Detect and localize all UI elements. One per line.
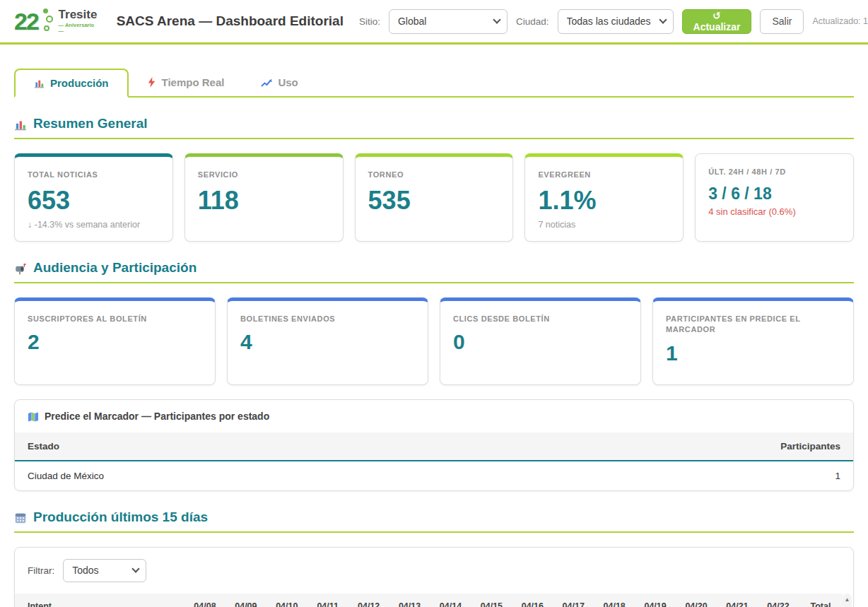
predice-table-title: Predice el Marcador — Participantes por … — [45, 411, 269, 422]
kpi-card-ult-24h-48h-7d: ÚLT. 24H / 48H / 7D 3 / 6 / 18 4 sin cla… — [695, 153, 854, 242]
kpi-value: 653 — [28, 187, 160, 215]
filter-row: Filtrar: Todos — [15, 559, 853, 594]
filter-label: Filtrar: — [28, 565, 54, 576]
bar-chart-icon — [34, 78, 45, 88]
column-header-date: 04/08 — [184, 594, 225, 607]
predice-table: Estado Participantes Ciudad de México 1 — [15, 432, 853, 490]
tab-bar: Producción Tiempo Real Uso — [14, 69, 854, 98]
calendar-icon — [14, 509, 27, 525]
produccion-table-wrap: Intent 04/08 04/09 04/10 04/11 04/12 04/… — [15, 594, 853, 607]
table-row: Ciudad de México 1 — [15, 461, 853, 490]
site-select[interactable]: Global — [389, 9, 508, 34]
section-audiencia-title: Audiencia y Participación — [33, 260, 197, 276]
kpi-label: PARTICIPANTES EN PREDICE EL MARCADOR — [666, 314, 840, 336]
kpi-label: ÚLT. 24H / 48H / 7D — [708, 167, 840, 178]
kpi-label: BOLETINES ENVIADOS — [240, 314, 415, 325]
kpi-card-evergreen: EVERGREEN 1.1% 7 noticias — [524, 153, 684, 242]
refresh-icon: ↺ — [712, 10, 721, 21]
resumen-cards: TOTAL NOTICIAS 653 ↓ -14.3% vs semana an… — [14, 153, 854, 242]
lightning-icon — [147, 77, 156, 88]
tab-tiempo-real[interactable]: Tiempo Real — [129, 69, 243, 96]
kpi-card-participantes-predice: PARTICIPANTES EN PREDICE EL MARCADOR 1 — [652, 297, 854, 385]
logo-tagline: — Aniversario — — [59, 23, 98, 34]
scroll-up-arrow-icon[interactable]: ▲ — [843, 594, 852, 603]
filter-select[interactable]: Todos — [63, 559, 146, 582]
section-underline — [14, 531, 854, 533]
kpi-value: 535 — [368, 187, 500, 215]
app-header: 22 Tresite — Aniversario — SACS Arena — … — [0, 0, 868, 45]
kpi-card-torneo: TORNEO 535 — [355, 153, 514, 242]
map-icon — [28, 411, 39, 422]
refresh-button[interactable]: ↺ Actualizar — [682, 9, 752, 34]
last-updated-text: Actualizado: 11:21:01 a.m. — [812, 16, 868, 26]
kpi-value: 118 — [198, 187, 330, 215]
tab-produccion-label: Producción — [50, 77, 109, 89]
kpi-label: SERVICIO — [198, 170, 330, 181]
column-header-date: 04/10 — [266, 594, 307, 607]
site-select-label: Sitio: — [359, 16, 380, 27]
kpi-value: 0 — [453, 330, 628, 353]
column-header-estado: Estado — [15, 432, 471, 461]
tab-uso[interactable]: Uso — [242, 69, 316, 96]
page-title: SACS Arena — Dashboard Editorial — [117, 13, 344, 29]
kpi-label: TORNEO — [368, 170, 500, 181]
column-header-intent: Intent — [15, 594, 184, 607]
column-header-total: Total — [799, 594, 843, 607]
column-header-date: 04/14 — [430, 594, 471, 607]
tab-uso-label: Uso — [278, 76, 298, 88]
produccion-table: Intent 04/08 04/09 04/10 04/11 04/12 04/… — [15, 594, 843, 607]
bar-chart-icon — [14, 116, 27, 131]
kpi-value: 1 — [666, 341, 840, 365]
predice-header-row: Estado Participantes — [15, 432, 853, 461]
kpi-value: 3 / 6 / 18 — [708, 185, 840, 203]
estado-cell: Ciudad de México — [15, 461, 471, 490]
city-select[interactable]: Todas las ciudades — [558, 9, 674, 34]
column-header-date: 04/21 — [717, 594, 758, 607]
logo-bubbles-icon — [42, 7, 54, 35]
kpi-card-total-noticias: TOTAL NOTICIAS 653 ↓ -14.3% vs semana an… — [14, 153, 173, 242]
kpi-alert-subtext: 4 sin clasificar (0.6%) — [708, 206, 840, 217]
kpi-subtext: 7 noticias — [538, 220, 670, 230]
filter-select-wrap: Todos — [63, 559, 146, 582]
kpi-value: 1.1% — [538, 187, 670, 215]
kpi-value: 4 — [240, 330, 415, 353]
logo-number: 22 — [14, 8, 38, 35]
produccion-header-row: Intent 04/08 04/09 04/10 04/11 04/12 04/… — [15, 594, 843, 607]
section-underline — [14, 138, 854, 139]
kpi-card-clics-boletin: CLICS DESDE BOLETÍN 0 — [440, 297, 641, 385]
mailbox-icon — [14, 260, 27, 276]
brand-logo: 22 Tresite — Aniversario — — [14, 7, 98, 35]
column-header-date: 04/13 — [389, 594, 430, 607]
predice-table-card: Predice el Marcador — Participantes por … — [14, 399, 854, 491]
tab-produccion[interactable]: Producción — [14, 69, 129, 98]
kpi-value: 2 — [28, 330, 202, 353]
participantes-cell: 1 — [471, 461, 853, 490]
kpi-label: TOTAL NOTICIAS — [28, 170, 160, 181]
column-header-date: 04/12 — [348, 594, 389, 607]
column-header-date: 04/20 — [676, 594, 717, 607]
section-produccion-heading: Producción últimos 15 días — [14, 509, 854, 525]
logout-button[interactable]: Salir — [760, 9, 804, 34]
table-scrollbar[interactable]: ▲ — [843, 594, 852, 607]
column-header-date: 04/09 — [225, 594, 266, 607]
tab-tiempo-real-label: Tiempo Real — [162, 76, 225, 88]
column-header-date: 04/11 — [307, 594, 348, 607]
column-header-date: 04/15 — [471, 594, 512, 607]
column-header-date: 04/16 — [512, 594, 553, 607]
section-underline — [14, 282, 854, 283]
produccion-card: Filtrar: Todos Intent 04/08 04/09 04/10 … — [14, 547, 854, 607]
city-select-wrap: Todas las ciudades — [558, 9, 674, 34]
column-header-participantes: Participantes — [471, 432, 853, 461]
kpi-label: SUSCRIPTORES AL BOLETÍN — [28, 314, 202, 325]
column-header-date: 04/18 — [594, 594, 635, 607]
section-produccion-title: Producción últimos 15 días — [33, 509, 208, 525]
section-resumen-title: Resumen General — [33, 116, 148, 131]
column-header-date: 04/19 — [635, 594, 676, 607]
section-resumen-heading: Resumen General — [14, 116, 854, 131]
column-header-date: 04/17 — [553, 594, 594, 607]
kpi-card-boletines-enviados: BOLETINES ENVIADOS 4 — [227, 297, 428, 385]
kpi-card-suscriptores: SUSCRIPTORES AL BOLETÍN 2 — [14, 297, 216, 385]
section-audiencia-heading: Audiencia y Participación — [14, 260, 854, 276]
predice-table-title-row: Predice el Marcador — Participantes por … — [15, 400, 853, 432]
kpi-subtext: ↓ -14.3% vs semana anterior — [28, 220, 160, 230]
